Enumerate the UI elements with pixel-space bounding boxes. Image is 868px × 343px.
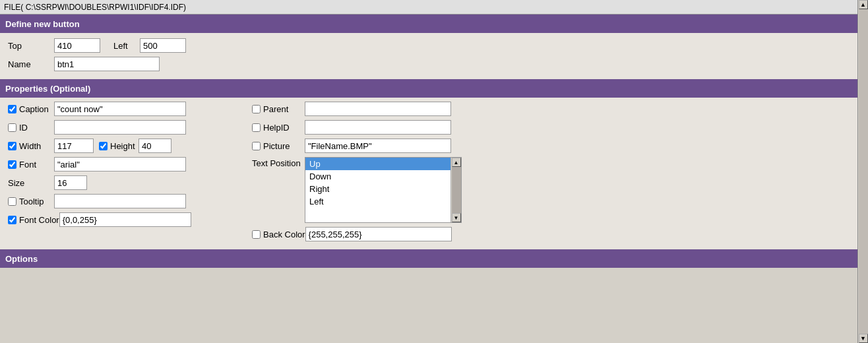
width-checkbox-label[interactable]: Width [8, 141, 54, 151]
define-section-content: Top Left Name [0, 33, 868, 79]
id-input[interactable] [54, 120, 186, 135]
name-row: Name [8, 57, 860, 71]
font-color-checkbox-label[interactable]: Font Color [8, 215, 59, 225]
parent-label: Parent [263, 104, 288, 114]
define-section-header: Define new button [0, 15, 868, 33]
font-input[interactable] [54, 157, 186, 172]
main-scroll-track [859, 9, 868, 334]
props-right-col: Parent HelpID Picture [252, 102, 860, 245]
main-scroll-up[interactable]: ▲ [859, 0, 868, 9]
id-checkbox-label[interactable]: ID [8, 123, 54, 133]
font-label: Font [19, 160, 36, 170]
main-scrollbar[interactable]: ▲ ▼ [857, 0, 868, 343]
text-position-scrollbar: ▲ ▼ [450, 158, 461, 222]
properties-rows: Caption ID Width [8, 102, 860, 245]
picture-row: Picture [252, 139, 860, 153]
left-input[interactable] [140, 38, 186, 53]
id-label: ID [19, 123, 28, 133]
parent-row: Parent [252, 102, 860, 116]
text-position-list: Up Down Right Left [305, 158, 450, 222]
text-position-down[interactable]: Down [305, 170, 450, 183]
height-checkbox[interactable] [99, 142, 108, 150]
scroll-up-btn[interactable]: ▲ [452, 158, 461, 167]
parent-checkbox-label[interactable]: Parent [252, 104, 305, 114]
text-position-label: Text Position [252, 157, 305, 168]
tooltip-checkbox[interactable] [8, 197, 16, 206]
helpid-row: HelpID [252, 120, 860, 135]
caption-input[interactable] [54, 102, 186, 116]
width-label: Width [19, 141, 41, 151]
size-label: Size [8, 178, 54, 188]
font-color-input[interactable] [59, 212, 191, 227]
font-color-row: Font Color [8, 212, 252, 227]
size-input[interactable] [54, 175, 87, 190]
caption-checkbox-label[interactable]: Caption [8, 104, 54, 114]
top-input[interactable] [54, 38, 100, 53]
back-color-checkbox-label[interactable]: Back Color [252, 230, 305, 239]
left-label: Left [113, 41, 140, 51]
picture-label: Picture [263, 141, 290, 151]
properties-section-title: Properties (Optional) [5, 84, 90, 94]
define-section-title: Define new button [5, 19, 80, 29]
properties-section-content: Caption ID Width [0, 98, 868, 249]
helpid-checkbox-label[interactable]: HelpID [252, 123, 305, 133]
options-section-header: Options [0, 249, 868, 268]
main-scroll-down[interactable]: ▼ [859, 334, 868, 343]
text-position-right[interactable]: Right [305, 183, 450, 195]
back-color-checkbox[interactable] [252, 230, 261, 239]
text-position-list-container: Up Down Right Left ▲ ▼ [305, 157, 462, 223]
name-label: Name [8, 59, 54, 69]
font-checkbox[interactable] [8, 160, 16, 169]
scroll-track [452, 167, 461, 213]
back-color-row: Back Color [252, 227, 860, 241]
picture-checkbox[interactable] [252, 142, 261, 150]
properties-section-header: Properties (Optional) [0, 79, 868, 98]
text-position-left[interactable]: Left [305, 195, 450, 208]
caption-label: Caption [19, 104, 49, 114]
helpid-checkbox[interactable] [252, 123, 261, 132]
top-left-row: Top Left [8, 38, 860, 53]
title-bar: FILE( C:\SSRPWI\DOUBLES\RPWI1\IDF\IDF4.I… [0, 0, 868, 15]
width-height-row: Width Height [8, 139, 252, 153]
height-input[interactable] [139, 139, 171, 153]
id-row: ID [8, 120, 252, 135]
caption-checkbox[interactable] [8, 105, 16, 113]
back-color-label: Back Color [263, 230, 305, 239]
width-input[interactable] [54, 139, 94, 153]
text-position-row: Text Position Up Down Right Left ▲ ▼ [252, 157, 860, 223]
helpid-label: HelpID [263, 123, 290, 133]
font-row: Font [8, 157, 252, 172]
id-checkbox[interactable] [8, 123, 16, 132]
text-position-up[interactable]: Up [305, 158, 450, 170]
scroll-down-btn[interactable]: ▼ [452, 213, 461, 222]
tooltip-input[interactable] [54, 194, 186, 208]
tooltip-row: Tooltip [8, 194, 252, 208]
options-section-title: Options [5, 254, 38, 264]
parent-checkbox[interactable] [252, 105, 261, 113]
caption-row: Caption [8, 102, 252, 116]
tooltip-label: Tooltip [19, 197, 44, 206]
tooltip-checkbox-label[interactable]: Tooltip [8, 197, 54, 206]
props-left-col: Caption ID Width [8, 102, 252, 231]
helpid-input[interactable] [305, 120, 451, 135]
size-row: Size [8, 175, 252, 190]
font-color-label: Font Color [19, 215, 59, 225]
top-label: Top [8, 41, 54, 51]
parent-input[interactable] [305, 102, 451, 116]
width-checkbox[interactable] [8, 142, 16, 150]
height-checkbox-label[interactable]: Height [99, 141, 139, 151]
font-color-checkbox[interactable] [8, 216, 16, 224]
name-input[interactable] [54, 57, 160, 71]
title-bar-text: FILE( C:\SSRPWI\DOUBLES\RPWI1\IDF\IDF4.I… [4, 3, 186, 12]
picture-input[interactable] [305, 139, 451, 153]
picture-checkbox-label[interactable]: Picture [252, 141, 305, 151]
height-label: Height [110, 141, 135, 151]
back-color-input[interactable] [305, 227, 452, 241]
font-checkbox-label[interactable]: Font [8, 160, 54, 170]
